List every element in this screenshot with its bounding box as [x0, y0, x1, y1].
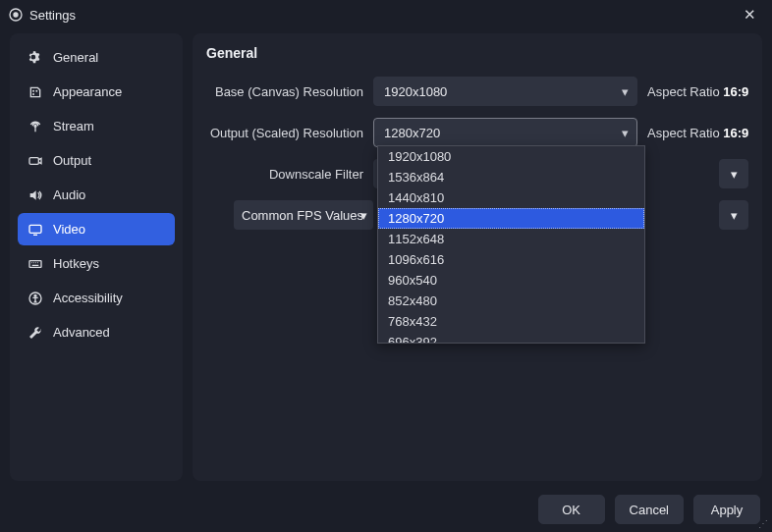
base-resolution-label: Base (Canvas) Resolution — [206, 84, 373, 99]
dropdown-option[interactable]: 1920x1080 — [378, 146, 644, 167]
svg-point-10 — [34, 294, 36, 296]
base-aspect-ratio: Aspect Ratio 16:9 — [637, 84, 748, 99]
output-resolution-select[interactable]: 1280x720 ▾ — [373, 118, 637, 147]
svg-point-3 — [35, 89, 37, 91]
ok-button[interactable]: OK — [538, 495, 605, 524]
sidebar-item-appearance[interactable]: Appearance — [18, 76, 175, 108]
sidebar-item-output[interactable]: Output — [18, 144, 175, 177]
chevron-down-icon: ▾ — [731, 208, 738, 223]
svg-rect-6 — [29, 157, 38, 164]
antenna-icon — [26, 119, 45, 134]
app-icon — [8, 7, 24, 23]
base-resolution-select[interactable]: 1920x1080 ▾ — [373, 77, 637, 106]
sidebar-item-label: General — [53, 50, 98, 65]
svg-point-1 — [14, 13, 18, 17]
footer: OK Cancel Apply — [538, 495, 760, 524]
sidebar-item-video[interactable]: Video — [18, 213, 175, 245]
output-resolution-label: Output (Scaled) Resolution — [206, 126, 373, 140]
chevron-down-icon: ▾ — [622, 126, 629, 140]
downscale-filter-arrow[interactable]: ▾ — [719, 159, 748, 188]
sidebar-item-stream[interactable]: Stream — [18, 110, 175, 142]
tools-icon — [26, 325, 45, 341]
svg-point-2 — [32, 89, 34, 91]
sidebar-item-label: Video — [53, 222, 85, 237]
dropdown-option[interactable]: 1152x648 — [378, 229, 644, 249]
output-icon — [26, 153, 45, 169]
gear-icon — [26, 50, 45, 66]
close-button[interactable]: ✕ — [735, 6, 764, 24]
sidebar-item-label: Audio — [53, 187, 85, 202]
dropdown-option[interactable]: 1440x810 — [378, 187, 644, 208]
apply-button[interactable]: Apply — [693, 495, 760, 524]
sidebar-item-label: Stream — [53, 119, 94, 133]
resize-grip[interactable]: ⋰ — [758, 518, 770, 530]
svg-point-4 — [32, 93, 34, 95]
sidebar-item-label: Hotkeys — [53, 256, 99, 271]
accessibility-icon — [26, 291, 45, 306]
sidebar: General Appearance Stream Output Audio — [10, 33, 183, 481]
output-aspect-ratio: Aspect Ratio 16:9 — [637, 126, 748, 140]
dropdown-option[interactable]: 1536x864 — [378, 167, 644, 187]
titlebar: Settings ✕ — [0, 0, 772, 29]
fps-type-select[interactable]: Common FPS Values ▾ — [234, 200, 373, 230]
dropdown-option[interactable]: 768x432 — [378, 311, 644, 332]
section-title: General — [206, 45, 748, 61]
fps-type-label: Common FPS Values — [242, 208, 363, 223]
dropdown-option[interactable]: 696x392 — [378, 332, 644, 343]
sidebar-item-audio[interactable]: Audio — [18, 179, 175, 211]
downscale-filter-label: Downscale Filter — [206, 167, 373, 182]
sidebar-item-label: Advanced — [53, 325, 110, 340]
dropdown-option[interactable]: 960x540 — [378, 270, 644, 291]
row-output-resolution: Output (Scaled) Resolution 1280x720 ▾ As… — [206, 118, 748, 147]
speaker-icon — [26, 187, 45, 203]
svg-rect-8 — [29, 260, 41, 267]
cancel-button[interactable]: Cancel — [615, 495, 684, 524]
chevron-down-icon: ▾ — [622, 84, 629, 99]
output-resolution-dropdown: 1920x10801536x8641440x8101280x7201152x64… — [377, 145, 645, 344]
dropdown-list[interactable]: 1920x10801536x8641440x8101280x7201152x64… — [378, 146, 644, 343]
dropdown-option[interactable]: 1096x616 — [378, 249, 644, 270]
dropdown-option[interactable]: 1280x720 — [378, 208, 644, 229]
sidebar-item-label: Accessibility — [53, 291, 123, 305]
sidebar-item-accessibility[interactable]: Accessibility — [18, 282, 175, 314]
chevron-down-icon: ▾ — [731, 167, 738, 182]
window-title: Settings — [29, 8, 76, 23]
keyboard-icon — [26, 256, 45, 272]
fps-value-arrow[interactable]: ▾ — [719, 200, 748, 230]
row-base-resolution: Base (Canvas) Resolution 1920x1080 ▾ Asp… — [206, 77, 748, 106]
monitor-icon — [26, 222, 45, 238]
sidebar-item-hotkeys[interactable]: Hotkeys — [18, 247, 175, 280]
base-resolution-value: 1920x1080 — [384, 84, 447, 99]
dropdown-option[interactable]: 852x480 — [378, 291, 644, 311]
sidebar-item-general[interactable]: General — [18, 41, 175, 74]
svg-rect-7 — [29, 225, 41, 233]
sidebar-item-label: Output — [53, 153, 91, 168]
output-resolution-value: 1280x720 — [384, 126, 440, 140]
palette-icon — [26, 84, 45, 100]
chevron-down-icon: ▾ — [360, 208, 367, 223]
sidebar-item-advanced[interactable]: Advanced — [18, 316, 175, 348]
sidebar-item-label: Appearance — [53, 84, 122, 99]
